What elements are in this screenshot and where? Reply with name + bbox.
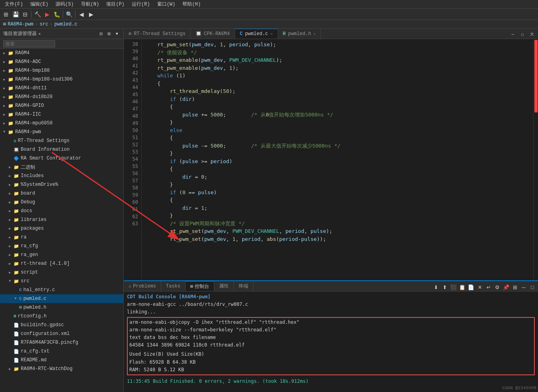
tree-item-2[interactable]: ▶ 📁 RA6M4-bmp180: [0, 66, 123, 75]
tree-item-29[interactable]: H pwmled.h: [0, 303, 123, 312]
tree-item-31[interactable]: 📄 buildinfo.gpdsc: [0, 321, 123, 329]
bottom-tab-props[interactable]: 属性: [214, 281, 234, 291]
tree-arrow-22: ▶: [9, 244, 14, 248]
tree-item-20[interactable]: ▶ 📁 packages: [0, 224, 123, 233]
tree-item-16[interactable]: ▶ 📁 board: [0, 189, 123, 198]
tree-item-27[interactable]: C hal_entry.c: [0, 286, 123, 294]
tree-label-11: Board Information: [21, 147, 69, 152]
console-clear-btn[interactable]: ✕: [476, 283, 484, 291]
tree-item-3[interactable]: ▶ 📁 RA6M4-bmp180-ssd1306: [0, 75, 123, 84]
tree-item-34[interactable]: 📄 ra_cfg.txt: [0, 347, 123, 356]
console-wrap-btn[interactable]: ↵: [485, 283, 493, 291]
tree-label-3: RA6M4-bmp180-ssd1306: [15, 77, 73, 82]
menu-project[interactable]: 项目(P): [103, 0, 128, 8]
watermark: CSDN @2345VOR: [502, 386, 536, 390]
tab-pwmled-h-close[interactable]: ✕: [313, 32, 316, 36]
menu-help[interactable]: 帮助(H): [179, 0, 204, 8]
back-button[interactable]: ◀: [77, 10, 86, 19]
tree-item-12[interactable]: 🔷 RA Smart Configurator: [0, 154, 123, 163]
run-button[interactable]: ▶: [43, 10, 51, 19]
tab-enlarge[interactable]: 大: [528, 30, 536, 39]
tree-item-21[interactable]: ▶ 📁 ra: [0, 233, 123, 242]
tree-item-17[interactable]: ▶ 📁 Debug: [0, 198, 123, 207]
menu-source[interactable]: 源码(S): [52, 0, 77, 8]
tree-item-26[interactable]: ▼ 📁 src: [0, 277, 123, 286]
tree-icon-32: 📄: [14, 331, 19, 337]
tree-item-25[interactable]: ▶ 📁 script: [0, 268, 123, 277]
console-paste-btn[interactable]: 📄: [467, 283, 475, 291]
sidebar-expand-btn[interactable]: ⊞: [106, 31, 112, 37]
console-grid-btn[interactable]: ⊞: [511, 283, 519, 291]
debug-button[interactable]: 🐛: [52, 10, 61, 19]
sidebar-collapse-btn[interactable]: ⊟: [98, 31, 104, 37]
tab-pwmled-h[interactable]: H pwmled.h ✕: [278, 29, 321, 39]
console-stop-btn[interactable]: ⬛: [449, 283, 457, 291]
tab-minimize[interactable]: ─: [508, 30, 517, 39]
tree-item-4[interactable]: ▶ 📁 RA6M4-dht11: [0, 84, 123, 93]
search-button[interactable]: 🔍: [65, 10, 73, 19]
tree-item-30[interactable]: H rtconfig.h: [0, 312, 123, 321]
tree-item-6[interactable]: ▶ 📁 RA6M4-GPIO: [0, 101, 123, 110]
breadcrumb-part2[interactable]: src: [40, 22, 48, 27]
tree-item-28[interactable]: ▼ C pwmled.c: [0, 294, 123, 303]
tree-item-5[interactable]: ▶ 📁 RA6M4-ds18b20: [0, 93, 123, 101]
tree-item-1[interactable]: ▶ 📁 RA6M4-ADC: [0, 57, 123, 66]
menu-edit[interactable]: 编辑(E): [27, 0, 52, 8]
tree-item-24[interactable]: ▶ 📁 rt-thread [4.1.0]: [0, 259, 123, 268]
tree-item-18[interactable]: ▶ 📁 docs: [0, 207, 123, 215]
tree-item-36[interactable]: ▶ 📁 RA6M4-RTC-WatchDog: [0, 364, 123, 373]
new-button[interactable]: ⊞: [2, 10, 10, 19]
bottom-tab-problems[interactable]: ⚠ Problems: [124, 281, 161, 291]
tree-item-22[interactable]: ▶ 📁 ra_cfg: [0, 242, 123, 250]
save-button[interactable]: 💾: [11, 10, 20, 19]
tree-item-14[interactable]: ▶ 📁 Includes: [0, 171, 123, 180]
breadcrumb-part3[interactable]: pwmled.c: [54, 22, 77, 27]
menu-file[interactable]: 文件(F): [2, 0, 26, 8]
bottom-tab-terminal[interactable]: 终端: [234, 281, 253, 291]
console-down-btn[interactable]: ⬇: [432, 283, 440, 291]
console-up-btn[interactable]: ⬆: [441, 283, 449, 291]
save-all-button[interactable]: ⊟: [21, 10, 30, 19]
forward-button[interactable]: ▶: [87, 10, 95, 19]
tree-item-8[interactable]: ▶ 📁 RA6M4-mpu6050: [0, 119, 123, 128]
tree-item-33[interactable]: 📄 R7FA6M4AF3CFB.pincfg: [0, 338, 123, 347]
tab-rt-settings-icon: ⚙: [129, 31, 131, 37]
bottom-tab-console[interactable]: ⊞ 控制台: [186, 281, 214, 291]
menu-window[interactable]: 窗口(W): [154, 0, 179, 8]
code-content[interactable]: rt_pwm_set(pwm_dev, 1, period, pulse); /…: [142, 39, 533, 280]
tree-item-11[interactable]: 🔲 Board Information: [0, 145, 123, 154]
toolbar-sep-1: [31, 11, 32, 18]
tree-item-13[interactable]: ▶ 📁 二进制: [0, 163, 123, 171]
tree-item-10[interactable]: ⚙ RT-Thread Settings: [0, 136, 123, 145]
tab-pwmled-c[interactable]: C pwmled.c ✕: [235, 29, 278, 39]
tree-item-15[interactable]: ▶ 📁 %SystemDrive%: [0, 180, 123, 189]
tab-maximize[interactable]: □: [518, 30, 527, 39]
console-minimize-btn[interactable]: ─: [520, 283, 528, 291]
sidebar-menu-btn[interactable]: ▼: [114, 31, 120, 37]
console-pin-btn[interactable]: 📌: [502, 283, 510, 291]
console-copy-btn[interactable]: 📋: [458, 283, 466, 291]
tasks-label: Tasks: [166, 284, 180, 289]
build-button[interactable]: 🔨: [33, 10, 42, 19]
tree-item-23[interactable]: ▶ 📁 ra_gen: [0, 250, 123, 259]
console-maximize-btn[interactable]: □: [528, 283, 536, 291]
breadcrumb-part1[interactable]: RA6M4-pwm: [8, 22, 34, 27]
tree-label-21: ra: [21, 234, 26, 240]
tree-item-0[interactable]: ▶ 📁 RA6M4: [0, 49, 123, 57]
console-settings-btn[interactable]: ⚙: [493, 283, 501, 291]
bottom-tab-tasks[interactable]: Tasks: [161, 281, 186, 291]
tree-item-9[interactable]: ▼ 📁 RA6M4-pwm: [0, 128, 123, 136]
tree-item-7[interactable]: ▶ 📁 RA6M4-IIC: [0, 110, 123, 119]
tree-item-19[interactable]: ▶ 📁 libraries: [0, 215, 123, 224]
menu-nav[interactable]: 导航(N): [78, 0, 103, 8]
tab-rt-thread-settings[interactable]: ⚙ RT-Thread Settings: [124, 29, 191, 39]
menu-run[interactable]: 运行(R): [129, 0, 153, 8]
tab-pwmled-c-close[interactable]: ✕: [270, 32, 273, 36]
tab-cpk-ra6m4[interactable]: 🔲 CPK-RA6M4: [191, 29, 235, 39]
console-line-8: Flash: 65928 B 64.38 KB: [129, 359, 532, 366]
search-input[interactable]: [3, 40, 55, 47]
tree-label-23: ra_gen: [21, 252, 38, 258]
tree-item-35[interactable]: 📄 README.md: [0, 356, 123, 364]
tree-item-32[interactable]: 📄 configuration.xml: [0, 329, 123, 338]
main-layout: 项目资源管理器 ✕ ⊟ ⊞ ▼ ▶ 📁 RA6M4 ▶ 📁 RA6M4-ADC …: [0, 29, 538, 392]
